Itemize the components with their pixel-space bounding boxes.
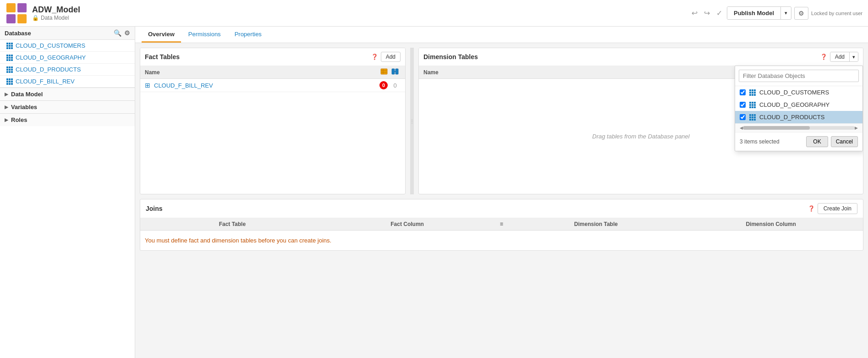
filter-item-geography[interactable]: CLOUD_D_GEOGRAPHY	[735, 99, 863, 111]
fact-tables-add-button[interactable]: Add	[381, 52, 401, 62]
joins-col-fact-column: Fact Column	[320, 221, 495, 227]
grid-icon-products	[6, 66, 13, 73]
sidebar-group-label-roles: Roles	[11, 116, 27, 123]
svg-rect-8	[392, 69, 395, 74]
filter-footer-btns: OK Cancel	[806, 136, 858, 147]
svg-rect-9	[396, 69, 398, 74]
locked-text: Locked by current user	[811, 11, 863, 16]
filter-item-products[interactable]: CLOUD_D_PRODUCTS	[735, 111, 863, 123]
filter-footer: 3 items selected OK Cancel	[735, 132, 863, 151]
joins-table-header: Fact Table Fact Column = Dimension Table…	[140, 218, 863, 231]
sidebar-group-roles[interactable]: ▶ Roles	[0, 113, 135, 126]
filter-selected-count: 3 items selected	[740, 138, 780, 145]
filter-label-geography: CLOUD_D_GEOGRAPHY	[759, 101, 830, 108]
tab-overview[interactable]: Overview	[142, 27, 181, 43]
sidebar-item-cloud-f-bill-rev[interactable]: CLOUD_F_BILL_REV	[0, 76, 135, 88]
grid-icon-bill-rev	[6, 78, 13, 85]
fact-row-name: CLOUD_F_BILL_REV	[154, 82, 378, 89]
sidebar-group-data-model[interactable]: ▶ Data Model	[0, 88, 135, 100]
dimension-add-button[interactable]: Add	[830, 52, 850, 61]
filter-dropdown: CLOUD_D_CUSTOMERS CLOUD_D_GEOGR	[735, 66, 863, 151]
publish-dropdown-button[interactable]: ▾	[781, 7, 791, 19]
filter-ok-button[interactable]: OK	[806, 136, 828, 147]
filter-checkbox-geography[interactable]	[740, 102, 746, 108]
undo-button[interactable]: ↩	[690, 8, 699, 18]
top-bar-actions: ↩ ↪ ✓ Publish Model ▾ ⚙	[690, 6, 808, 20]
model-type: Data Model	[41, 15, 69, 21]
sidebar-item-cloud-d-products[interactable]: CLOUD_D_PRODUCTS	[0, 64, 135, 76]
app-logo	[5, 2, 27, 24]
filter-checkbox-products[interactable]	[740, 114, 746, 120]
joins-col-fact-table: Fact Table	[145, 221, 320, 227]
dimension-add-dropdown-button[interactable]: ▾	[850, 52, 858, 61]
fact-col-icon2	[390, 68, 401, 76]
sidebar-label-bill-rev: CLOUD_F_BILL_REV	[16, 78, 75, 85]
filter-scrollbar-row: ◀ ▶	[735, 123, 863, 132]
chevron-variables: ▶	[5, 105, 8, 110]
filter-input[interactable]	[739, 70, 859, 82]
search-icon[interactable]: 🔍	[114, 29, 121, 37]
publish-btn-group: Publish Model ▾	[727, 6, 791, 20]
joins-title: Joins	[146, 205, 805, 212]
sidebar-item-cloud-d-customers[interactable]: CLOUD_D_CUSTOMERS	[0, 40, 135, 52]
filter-scrollbar[interactable]	[743, 126, 855, 130]
panel-resizer[interactable]: ⋮	[410, 48, 414, 194]
check-button[interactable]: ✓	[714, 8, 724, 18]
filter-item-customers[interactable]: CLOUD_D_CUSTOMERS	[735, 86, 863, 99]
fact-row-icon: ⊞	[145, 82, 150, 89]
joins-col-dimension-table: Dimension Table	[509, 221, 684, 227]
filter-checkbox-customers[interactable]	[740, 89, 746, 95]
fact-panel-spacer	[140, 92, 405, 194]
dimension-add-split-btn: Add ▾	[830, 52, 858, 62]
model-title-area: ADW_Model 🔒 Data Model	[32, 5, 690, 21]
grid-icon-filter-customers	[749, 89, 756, 96]
sidebar-item-cloud-d-geography[interactable]: CLOUD_D_GEOGRAPHY	[0, 52, 135, 64]
scroll-left-arrow[interactable]: ◀	[740, 126, 743, 130]
content-area: Overview Permissions Properties Fact Tab…	[135, 27, 868, 358]
fact-table-row[interactable]: ⊞ CLOUD_F_BILL_REV 0 0	[140, 79, 405, 92]
settings-gear-button[interactable]: ⚙	[794, 7, 808, 20]
fact-tables-title: Fact Tables	[145, 53, 368, 61]
sidebar-group-variables[interactable]: ▶ Variables	[0, 100, 135, 113]
dimension-tables-help-icon[interactable]: ❓	[820, 54, 827, 60]
filter-label-customers: CLOUD_D_CUSTOMERS	[759, 89, 829, 96]
sidebar-label-geography: CLOUD_D_GEOGRAPHY	[16, 54, 86, 61]
svg-rect-4	[381, 69, 387, 74]
scroll-right-arrow[interactable]: ▶	[855, 126, 858, 130]
panels-row: Fact Tables ❓ Add Name	[135, 43, 868, 358]
tab-permissions[interactable]: Permissions	[182, 27, 227, 43]
publish-model-button[interactable]: Publish Model	[727, 7, 781, 19]
grid-icon-geography	[6, 55, 13, 61]
tabs-bar: Overview Permissions Properties	[135, 27, 868, 43]
sidebar-gear-icon[interactable]: ⚙	[124, 29, 130, 37]
filter-cancel-button[interactable]: Cancel	[831, 136, 858, 147]
fact-table-col-name: Name	[145, 69, 379, 76]
filter-input-row	[735, 66, 863, 86]
sidebar-group-label-data-model: Data Model	[11, 91, 43, 98]
svg-rect-1	[17, 3, 27, 12]
fact-col-icon1	[379, 68, 390, 76]
sidebar-label-customers: CLOUD_D_CUSTOMERS	[16, 42, 85, 49]
dimension-tables-panel: Dimension Tables ❓ Add ▾ Name	[418, 48, 863, 194]
dimension-tables-header: Dimension Tables ❓ Add ▾	[419, 48, 863, 66]
fact-row-count: 0	[390, 82, 401, 89]
chevron-roles: ▶	[5, 117, 8, 122]
joins-panel: Joins ❓ Create Join Fact Table Fact Colu…	[140, 199, 863, 251]
redo-button[interactable]: ↪	[702, 8, 712, 18]
sidebar: Database 🔍 ⚙ CLOUD_D_CUSTOMERS CLOUD_D_G…	[0, 27, 135, 358]
filter-scrollbar-thumb	[743, 126, 810, 130]
chevron-data-model: ▶	[5, 92, 8, 97]
fact-tables-help-icon[interactable]: ❓	[371, 54, 378, 60]
fact-tables-header: Fact Tables ❓ Add	[140, 48, 405, 66]
lock-icon: 🔒	[32, 15, 39, 21]
scrollbar-arrows: ◀ ▶	[738, 125, 860, 131]
svg-rect-3	[17, 14, 27, 23]
top-bar: ADW_Model 🔒 Data Model ↩ ↪ ✓ Publish Mod…	[0, 0, 868, 27]
sidebar-header-icons: 🔍 ⚙	[114, 29, 130, 37]
create-join-button[interactable]: Create Join	[818, 203, 857, 214]
joins-help-icon[interactable]: ❓	[808, 205, 815, 212]
model-name: ADW_Model	[32, 5, 690, 15]
joins-col-dimension-column: Dimension Column	[683, 221, 858, 227]
sidebar-label-products: CLOUD_D_PRODUCTS	[16, 66, 81, 73]
tab-properties[interactable]: Properties	[228, 27, 268, 43]
